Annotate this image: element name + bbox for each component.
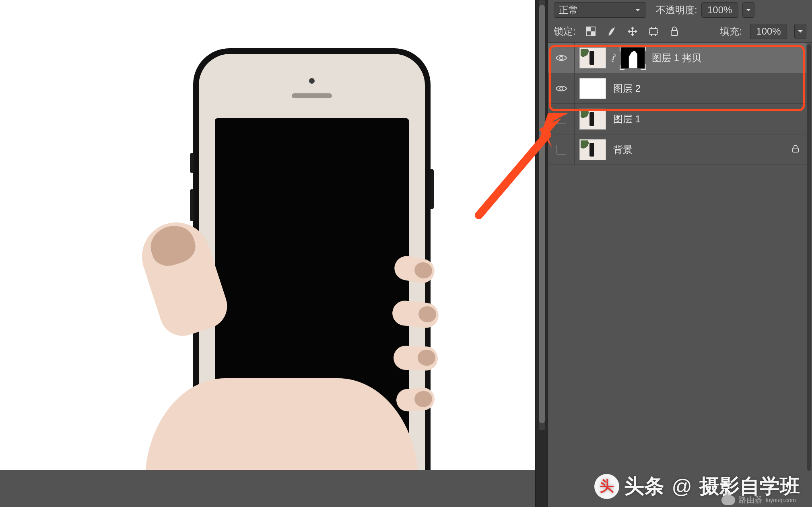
blend-mode-value: 正常 bbox=[559, 4, 578, 16]
visibility-off-icon bbox=[556, 145, 566, 155]
canvas-pasteboard bbox=[0, 470, 535, 507]
opacity-stepper[interactable] bbox=[742, 2, 754, 18]
phone-volume-down bbox=[190, 229, 194, 262]
svg-point-5 bbox=[560, 56, 563, 60]
eye-icon bbox=[555, 52, 567, 64]
layer-thumbnail[interactable] bbox=[579, 109, 606, 130]
svg-point-6 bbox=[560, 87, 563, 90]
layer-row[interactable]: 图层 2 bbox=[548, 73, 806, 104]
eye-icon bbox=[555, 82, 567, 95]
document-canvas[interactable] bbox=[0, 0, 535, 470]
phone-body bbox=[199, 54, 425, 470]
panel-scrollbar[interactable] bbox=[807, 44, 811, 471]
phone-power-button bbox=[430, 169, 434, 209]
phone-camera-icon bbox=[309, 78, 315, 84]
watermark-brand: 头条 bbox=[624, 473, 664, 500]
layer-name[interactable]: 背景 bbox=[613, 143, 633, 156]
blend-mode-select[interactable]: 正常 bbox=[554, 2, 646, 18]
fill-value: 100% bbox=[756, 26, 781, 37]
svg-rect-1 bbox=[586, 27, 591, 31]
lock-fill-row: 锁定: 填充: 100% bbox=[548, 20, 812, 43]
phone-speaker-icon bbox=[292, 93, 332, 98]
mask-link-icon[interactable] bbox=[610, 53, 617, 63]
layer-row[interactable]: 图层 1 拷贝 bbox=[548, 43, 806, 73]
lock-transparency-icon[interactable] bbox=[585, 25, 597, 37]
layer-name[interactable]: 图层 1 拷贝 bbox=[652, 52, 701, 64]
watermark-site-label: 路由器 bbox=[738, 495, 763, 505]
phone-volume-up bbox=[190, 189, 194, 221]
panel-divider[interactable] bbox=[535, 0, 548, 507]
lock-pixels-icon[interactable] bbox=[606, 25, 618, 37]
visibility-toggle[interactable] bbox=[548, 43, 575, 73]
lock-all-icon[interactable] bbox=[668, 25, 680, 37]
fill-value-input[interactable]: 100% bbox=[750, 24, 787, 39]
phone-screen bbox=[215, 118, 409, 437]
phone-outline bbox=[193, 48, 431, 470]
layer-row[interactable]: 图层 1 bbox=[548, 104, 806, 134]
layer-row[interactable]: 背景 bbox=[548, 134, 806, 165]
chevron-down-icon bbox=[797, 28, 804, 35]
chevron-down-icon bbox=[745, 7, 752, 13]
svg-rect-2 bbox=[591, 31, 595, 36]
visibility-toggle[interactable] bbox=[548, 104, 575, 134]
layer-list: 图层 1 拷贝 图层 2 图层 1 bbox=[548, 43, 806, 165]
lock-position-icon[interactable] bbox=[627, 25, 639, 37]
svg-rect-3 bbox=[650, 29, 657, 34]
layer-name[interactable]: 图层 2 bbox=[613, 82, 641, 95]
layer-name[interactable]: 图层 1 bbox=[613, 113, 641, 126]
visibility-off-icon bbox=[556, 114, 566, 124]
phone-mute-switch bbox=[190, 153, 194, 173]
watermark-site-url: luyouqi.com bbox=[766, 497, 796, 503]
watermark-logo-icon: 头 bbox=[594, 474, 619, 499]
layers-panel: 正常 不透明度: 100% 锁定: bbox=[548, 0, 812, 507]
svg-rect-7 bbox=[793, 148, 798, 152]
opacity-value-input[interactable]: 100% bbox=[701, 2, 738, 18]
svg-rect-4 bbox=[671, 31, 678, 35]
watermark-at: @ bbox=[672, 475, 692, 498]
layer-thumbnail[interactable] bbox=[579, 78, 606, 99]
fill-label: 填充: bbox=[720, 25, 742, 38]
canvas-scrollbar-thumb[interactable] bbox=[539, 5, 545, 423]
lock-artboard-icon[interactable] bbox=[647, 25, 659, 37]
lock-icon bbox=[791, 144, 800, 155]
opacity-label: 不透明度: bbox=[656, 4, 697, 16]
visibility-toggle[interactable] bbox=[548, 73, 575, 103]
watermark-site: 路由器 luyouqi.com bbox=[721, 495, 796, 505]
lock-label: 锁定: bbox=[554, 25, 576, 38]
fill-stepper[interactable] bbox=[794, 24, 806, 39]
layer-thumbnail[interactable] bbox=[579, 47, 606, 68]
layer-thumbnail[interactable] bbox=[579, 139, 606, 160]
chevron-down-icon bbox=[635, 7, 641, 13]
opacity-value: 100% bbox=[707, 4, 732, 16]
cloud-icon bbox=[721, 495, 735, 505]
visibility-toggle[interactable] bbox=[548, 134, 575, 165]
blend-opacity-row: 正常 不透明度: 100% bbox=[548, 0, 812, 20]
phone-home-button-icon bbox=[293, 440, 331, 470]
layer-mask-thumbnail[interactable] bbox=[621, 47, 645, 68]
